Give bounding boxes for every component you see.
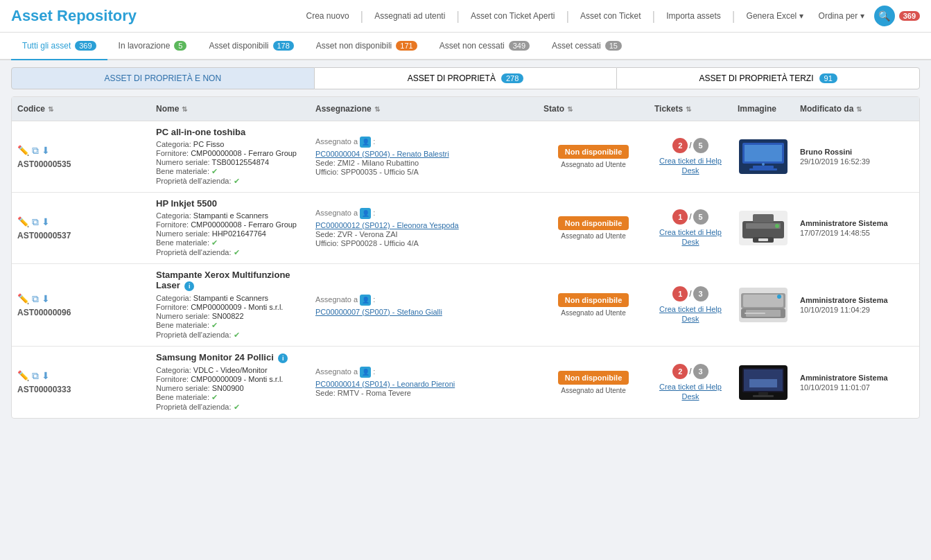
table-row: ✏️ ⧉ ⬇ AST00000535 PC all-in-one toshiba… xyxy=(12,121,919,193)
cell-code-4: ✏️ ⧉ ⬇ AST00000333 xyxy=(12,365,150,400)
cell-stato-3: Non disponibile Assegnato ad Utente xyxy=(538,288,649,322)
table-header: Codice ⇅ Nome ⇅ Assegnazione ⇅ Stato ⇅ T… xyxy=(12,97,919,121)
ticket-link-2[interactable]: Crea ticket di Help Desk xyxy=(659,228,722,246)
svg-rect-4 xyxy=(749,168,777,170)
ordina-per-button[interactable]: Ordina per ▾ xyxy=(813,8,870,24)
assign-link-4[interactable]: PC00000014 (SP014) - Leonardo Pieroni xyxy=(315,380,455,388)
filter-proprieta-terzi-button[interactable]: ASSET DI PROPRIETÀ TERZI 91 xyxy=(616,67,920,89)
assign-link-2[interactable]: PC00000012 (SP012) - Eleonora Yespoda xyxy=(315,221,459,229)
assign-icon-3: 👤 xyxy=(360,295,371,306)
svg-rect-23 xyxy=(749,379,777,387)
assign-link-3[interactable]: PC00000007 (SP007) - Stefano Gialli xyxy=(315,308,442,316)
asset-con-ticket-button[interactable]: Asset con Ticket xyxy=(575,8,646,24)
header: Asset Repository Crea nuovo | Assegnati … xyxy=(0,0,931,33)
svg-rect-2 xyxy=(745,145,782,161)
cell-tickets-2: 1 / 5 Crea ticket di Help Desk xyxy=(649,204,732,252)
svg-point-18 xyxy=(777,295,781,299)
svg-rect-11 xyxy=(758,238,768,241)
cell-img-2 xyxy=(732,205,794,251)
ticket-link-1[interactable]: Crea ticket di Help Desk xyxy=(659,157,722,175)
cell-stato-4: Non disponibile Assegnato ad Utente xyxy=(538,365,649,400)
assign-icon-2: 👤 xyxy=(360,208,371,219)
col-assegnazione[interactable]: Assegnazione ⇅ xyxy=(310,97,538,121)
table-row: ✏️ ⧉ ⬇ AST00000096 Stampante Xerox Multi… xyxy=(12,264,919,347)
col-stato[interactable]: Stato ⇅ xyxy=(538,97,649,121)
copy-icon-4[interactable]: ⧉ xyxy=(32,370,39,382)
asset-ticket-aperti-button[interactable]: Asset con Ticket Aperti xyxy=(465,8,560,24)
ticket-link-3[interactable]: Crea ticket di Help Desk xyxy=(659,305,722,323)
assign-link-1[interactable]: PC00000004 (SP004) - Renato Balestri xyxy=(315,150,449,158)
cell-name-4: Samsung Monitor 24 Pollici i Categoria: … xyxy=(150,347,310,418)
cell-modified-3: Amministratore Sistema 10/10/2019 11:04:… xyxy=(794,290,919,320)
info-icon-3[interactable]: i xyxy=(184,281,194,291)
cell-modified-4: Amministratore Sistema 10/10/2019 11:01:… xyxy=(794,368,919,397)
filter-proprieta-button[interactable]: ASSET DI PROPRIETÀ 278 xyxy=(315,67,617,89)
cell-name-2: HP Inkjet 5500 Categoria: Stampanti e Sc… xyxy=(150,193,310,263)
svg-rect-19 xyxy=(745,313,765,314)
copy-icon-2[interactable]: ⧉ xyxy=(32,216,39,228)
download-icon-2[interactable]: ⬇ xyxy=(42,216,50,228)
table-row: ✏️ ⧉ ⬇ AST00000537 HP Inkjet 5500 Catego… xyxy=(12,193,919,264)
cell-stato-2: Non disponibile Assegnato ad Utente xyxy=(538,211,649,245)
download-icon-1[interactable]: ⬇ xyxy=(42,145,50,157)
sort-codice-icon: ⇅ xyxy=(48,105,53,113)
ticket-link-4[interactable]: Crea ticket di Help Desk xyxy=(659,383,722,401)
col-codice[interactable]: Codice ⇅ xyxy=(12,97,150,121)
copy-icon-1[interactable]: ⧉ xyxy=(32,145,39,157)
cell-name-3: Stampante Xerox Multifunzione Laser i Ca… xyxy=(150,264,310,346)
tabs-bar: Tutti gli asset 369 In lavorazione 5 Ass… xyxy=(0,33,931,60)
cell-modified-1: Bruno Rossini 29/10/2019 16:52:39 xyxy=(794,142,919,171)
col-modificato-da[interactable]: Modificato da ⇅ xyxy=(794,97,919,121)
edit-icon-1[interactable]: ✏️ xyxy=(17,145,29,157)
cell-tickets-1: 2 / 5 Crea ticket di Help Desk xyxy=(649,132,732,181)
tab-cessati[interactable]: Asset cessati 15 xyxy=(541,33,633,60)
cell-stato-1: Non disponibile Assegnato ad Utente xyxy=(538,139,649,174)
sort-tickets-icon: ⇅ xyxy=(686,105,691,113)
download-icon-4[interactable]: ⬇ xyxy=(42,370,50,382)
genera-excel-button[interactable]: Genera Excel ▾ xyxy=(741,8,809,24)
assign-icon-4: 👤 xyxy=(360,367,371,378)
download-icon-3[interactable]: ⬇ xyxy=(42,293,50,305)
importa-assets-button[interactable]: Importa assets xyxy=(661,8,726,24)
col-nome[interactable]: Nome ⇅ xyxy=(150,97,310,121)
asset-table: Codice ⇅ Nome ⇅ Assegnazione ⇅ Stato ⇅ T… xyxy=(11,96,920,419)
tab-non-disponibili[interactable]: Asset non disponibili 171 xyxy=(305,33,428,60)
header-actions: Crea nuovo | Assegnati ad utenti | Asset… xyxy=(301,6,920,26)
svg-point-12 xyxy=(775,224,779,228)
tab-lavorazione[interactable]: In lavorazione 5 xyxy=(107,33,198,60)
sort-modificato-icon: ⇅ xyxy=(856,105,862,113)
cell-assign-3: Assegnato a 👤: PC00000007 (SP007) - Stef… xyxy=(310,289,538,322)
svg-rect-3 xyxy=(753,166,774,168)
cell-code-2: ✏️ ⧉ ⬇ AST00000537 xyxy=(12,211,150,246)
search-icon: 🔍 xyxy=(878,10,890,21)
cell-tickets-3: 1 / 3 Crea ticket di Help Desk xyxy=(649,281,732,329)
cell-code-1: ✏️ ⧉ ⬇ AST00000535 xyxy=(12,139,150,175)
cell-img-4 xyxy=(732,360,794,405)
search-count-badge: 369 xyxy=(899,11,920,21)
crea-nuovo-button[interactable]: Crea nuovo xyxy=(301,8,355,24)
sort-stato-icon: ⇅ xyxy=(567,105,573,113)
tab-disponibili[interactable]: Asset disponibili 178 xyxy=(198,33,304,60)
col-tickets[interactable]: Tickets ⇅ xyxy=(649,97,732,121)
cell-img-3 xyxy=(732,282,794,328)
cell-tickets-4: 2 / 3 Crea ticket di Help Desk xyxy=(649,358,732,407)
edit-icon-2[interactable]: ✏️ xyxy=(17,216,29,228)
edit-icon-3[interactable]: ✏️ xyxy=(17,293,29,305)
filter-proprieta-e-non-button[interactable]: ASSET DI PROPRIETÀ E NON xyxy=(11,67,315,89)
copy-icon-3[interactable]: ⧉ xyxy=(32,293,39,305)
tab-non-cessati[interactable]: Asset non cessati 349 xyxy=(428,33,541,60)
edit-icon-4[interactable]: ✏️ xyxy=(17,370,29,382)
tab-tutti[interactable]: Tutti gli asset 369 xyxy=(11,33,107,60)
cell-code-3: ✏️ ⧉ ⬇ AST00000096 xyxy=(12,288,150,323)
asset-image-pc xyxy=(739,139,788,174)
sort-nome-icon: ⇅ xyxy=(182,105,187,113)
cell-img-1 xyxy=(732,134,794,180)
info-icon-4[interactable]: i xyxy=(278,353,288,363)
cell-modified-2: Amministratore Sistema 17/07/2019 14:48:… xyxy=(794,213,919,243)
cell-assign-2: Assegnato a 👤: PC00000012 (SP012) - Eleo… xyxy=(310,202,538,254)
assegnati-utenti-button[interactable]: Assegnati ad utenti xyxy=(369,8,451,24)
asset-image-monitor xyxy=(739,365,788,400)
app-title: Asset Repository xyxy=(11,7,137,25)
search-button[interactable]: 🔍 xyxy=(874,6,895,26)
cell-assign-4: Assegnato a 👤: PC00000014 (SP014) - Leon… xyxy=(310,361,538,403)
